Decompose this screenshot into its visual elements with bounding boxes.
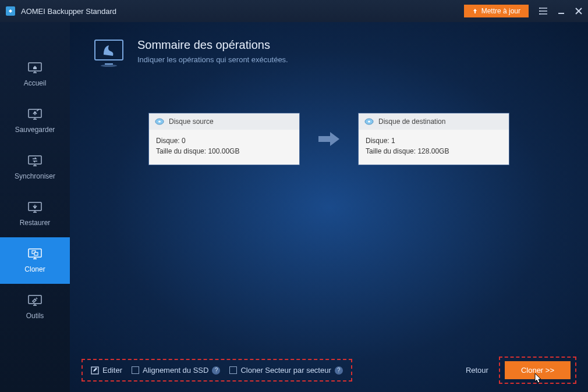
checkbox-icon (132, 366, 139, 374)
svg-rect-10 (34, 252, 38, 255)
sidebar-item-home[interactable]: Accueil (0, 51, 70, 98)
svg-point-2 (539, 10, 540, 12)
clone-highlight: Cloner >> (499, 357, 576, 384)
svg-point-15 (158, 121, 161, 123)
monitor-tools-icon (27, 294, 42, 307)
ssd-alignment-checkbox[interactable]: Alignement du SSD ? (132, 366, 220, 375)
upgrade-label: Mettre à jour (481, 7, 520, 15)
close-icon[interactable] (575, 8, 582, 15)
sidebar-label: Outils (26, 312, 44, 320)
ssd-label: Alignement du SSD (143, 366, 208, 375)
monitor-restore-icon (27, 201, 42, 214)
edit-button[interactable]: Editer (91, 366, 122, 375)
svg-rect-6 (29, 156, 41, 164)
bottom-bar: Editer Alignement du SSD ? Cloner Secteu… (70, 357, 588, 384)
svg-point-3 (539, 13, 540, 15)
edit-label: Editer (102, 366, 122, 375)
monitor-backup-icon (27, 108, 42, 121)
sidebar-label: Restaurer (20, 219, 51, 227)
menu-icon[interactable] (539, 8, 547, 15)
sidebar-item-restore[interactable]: Restaurer (0, 191, 70, 237)
edit-icon (91, 366, 99, 375)
disk-row: Disque source Disque: 0 Taille du disque… (93, 113, 565, 165)
help-icon[interactable]: ? (335, 366, 343, 375)
page-subtitle: Indiquer les opérations qui seront exécu… (137, 55, 288, 64)
disk-icon (155, 118, 164, 125)
svg-point-1 (539, 8, 540, 9)
sidebar-item-sync[interactable]: Synchroniser (0, 144, 70, 191)
window-controls (539, 8, 582, 15)
sidebar-item-backup[interactable]: Sauvegarder (0, 98, 70, 144)
page-header: Sommaire des opérations Indiquer les opé… (93, 38, 565, 66)
dest-disk-size: Taille du disque: 128.00GB (366, 146, 502, 156)
sidebar-item-tools[interactable]: Outils (0, 284, 70, 330)
sidebar-label: Cloner (24, 265, 45, 273)
checkbox-icon (229, 366, 237, 374)
sidebar-label: Accueil (24, 79, 47, 87)
sidebar-item-clone[interactable]: Cloner (0, 237, 70, 284)
app-logo-icon (6, 6, 15, 16)
main-content: Sommaire des opérations Indiquer les opé… (70, 22, 588, 392)
help-icon[interactable]: ? (212, 366, 220, 375)
monitor-home-icon (27, 62, 42, 74)
sidebar-label: Synchroniser (15, 172, 55, 180)
dest-panel-title: Disque de destination (378, 117, 445, 126)
source-disk-number: Disque: 0 (156, 136, 292, 146)
summary-monitor-icon (93, 38, 125, 66)
titlebar: AOMEI Backupper Standard Mettre à jour (0, 0, 588, 22)
upgrade-button[interactable]: Mettre à jour (464, 5, 529, 17)
page-title: Sommaire des opérations (137, 38, 288, 52)
back-button[interactable]: Retour (466, 366, 488, 375)
arrow-right-icon (317, 130, 341, 148)
minimize-icon[interactable] (558, 8, 565, 15)
sector-clone-checkbox[interactable]: Cloner Secteur par secteur ? (229, 366, 342, 375)
upgrade-arrow-icon (472, 8, 478, 14)
source-panel-title: Disque source (169, 117, 214, 126)
sidebar: Accueil Sauvegarder Synchroniser Restaur… (0, 22, 70, 392)
monitor-clone-icon (27, 248, 42, 261)
sidebar-label: Sauvegarder (15, 126, 55, 134)
dest-disk-number: Disque: 1 (366, 136, 502, 146)
source-disk-size: Taille du disque: 100.00GB (156, 146, 292, 156)
svg-point-17 (368, 121, 370, 123)
options-highlight: Editer Alignement du SSD ? Cloner Secteu… (82, 359, 352, 382)
cursor-icon (534, 372, 543, 384)
source-disk-panel[interactable]: Disque source Disque: 0 Taille du disque… (148, 113, 300, 165)
destination-disk-panel[interactable]: Disque de destination Disque: 1 Taille d… (358, 113, 509, 165)
monitor-sync-icon (27, 155, 42, 168)
svg-point-13 (101, 65, 117, 67)
disk-icon (364, 118, 374, 125)
app-title: AOMEI Backupper Standard (21, 7, 464, 16)
sector-label: Cloner Secteur par secteur (240, 366, 331, 375)
